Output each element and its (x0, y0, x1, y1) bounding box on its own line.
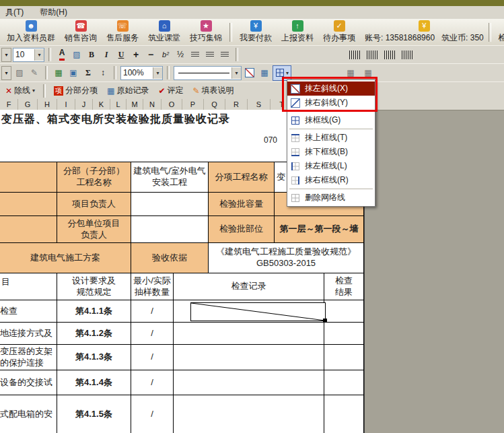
chevron-down-icon[interactable]: ▾ (153, 67, 162, 79)
table-cell-spec[interactable]: 第4.1.2条 (57, 323, 131, 345)
diagonal-line-button[interactable] (243, 66, 256, 79)
subsection-button[interactable]: 项 分部分项 (50, 84, 102, 98)
table-cell-item[interactable]: 变压器的支架 的保护连接 (0, 345, 57, 370)
pay-button[interactable]: ¥ 我要付款 (235, 20, 277, 44)
menu-help[interactable]: 帮助(H) (37, 6, 70, 19)
table-cell-result[interactable] (324, 323, 364, 345)
column-header[interactable]: K (93, 99, 110, 110)
table-cell-qty[interactable]: / (131, 395, 174, 433)
classroom-button[interactable]: ⌂ 筑业课堂 (143, 20, 185, 44)
chevron-down-icon[interactable]: ▾ (231, 67, 241, 79)
table-cell-value[interactable] (131, 193, 209, 216)
fill-color-button[interactable]: ▨ (70, 48, 83, 61)
table-cell-item[interactable]: 检查 (0, 300, 57, 323)
italic-button[interactable]: I (100, 48, 113, 61)
column-header[interactable]: J (75, 99, 93, 110)
table-header-cell[interactable]: 检查记录 (174, 273, 324, 300)
table-cell-item[interactable]: 式配电箱的安 (0, 395, 57, 433)
barcode-button-1[interactable] (348, 48, 361, 61)
align-right-button[interactable] (218, 48, 231, 61)
draw-table-button[interactable]: ▦ (52, 66, 65, 79)
table-header-cell[interactable]: 最小/实际 抽样数量 (131, 273, 174, 300)
chevron-down-icon[interactable]: ▾ (34, 49, 44, 61)
table-cell-label[interactable]: 分项工程名称 (209, 162, 275, 193)
fraction-button[interactable]: ½ (174, 48, 187, 61)
fill-instructions-button[interactable]: ✎ 填表说明 (188, 84, 238, 98)
menu-item-bottom-border[interactable]: 抹下框线(B) (287, 145, 375, 159)
column-header[interactable]: M (127, 99, 143, 110)
menu-item-left-diagonal[interactable]: 抹左斜线(X) (287, 81, 375, 96)
table-cell-record[interactable] (174, 370, 324, 395)
check-update-button[interactable]: ◉ 检查至 (494, 20, 504, 44)
font-color-button[interactable]: A (55, 48, 69, 61)
merge-cells-button[interactable]: ▦ (344, 66, 357, 79)
table-cell-value[interactable] (131, 216, 209, 243)
after-sales-button[interactable]: ☏ 售后服务 (102, 20, 143, 44)
align-left-button[interactable] (188, 48, 202, 61)
column-header[interactable]: S (248, 99, 271, 110)
menu-item-all-borders[interactable]: 抹框线(G) (287, 113, 375, 127)
column-header[interactable]: H (38, 99, 57, 110)
barcode-button-3[interactable] (383, 48, 396, 61)
table-cell-label[interactable]: 项目负责人 (57, 193, 131, 216)
table-cell[interactable] (0, 193, 57, 216)
menu-item-right-diagonal[interactable]: 抹右斜线(Y) (287, 96, 375, 110)
table-cell-qty[interactable]: / (131, 300, 174, 323)
column-header[interactable]: F (0, 99, 18, 110)
table-cell-label[interactable]: 建筑电气施工方案 (0, 243, 131, 273)
paint-bucket-button[interactable]: ▨ (13, 66, 26, 79)
table-cell-label[interactable]: 检验批部位 (209, 216, 275, 243)
table-corner-cell[interactable]: 目 (0, 273, 57, 300)
table-cell-value[interactable]: 《建筑电气工程施工质量验收规范》 GB50303-2015 (209, 243, 364, 273)
menu-item-delete-gridlines[interactable]: 删除网络线 (287, 191, 375, 205)
table-cell-record[interactable] (174, 323, 324, 345)
table-cell-qty[interactable]: / (131, 370, 174, 395)
table-cell-label[interactable]: 验收依据 (131, 243, 209, 273)
todo-button[interactable]: ✓ 待办事项 (318, 20, 360, 44)
column-header[interactable]: P (182, 99, 204, 110)
table-cell-record[interactable] (174, 395, 324, 433)
table-cell-spec[interactable]: 第4.1.1条 (57, 300, 131, 323)
column-header[interactable]: O (161, 99, 182, 110)
table-cell-label[interactable]: 分包单位项目 负责人 (57, 216, 131, 243)
table-cell-result[interactable] (324, 395, 364, 433)
assessment-button[interactable]: ✔ 评定 (154, 84, 187, 98)
table-cell-qty[interactable]: / (131, 345, 174, 370)
menu-item-right-border[interactable]: 抹右框线(R) (287, 173, 375, 187)
decrease-button[interactable]: − (144, 48, 157, 61)
column-header[interactable]: N (143, 99, 161, 110)
split-cells-button[interactable]: ▦ (361, 66, 375, 79)
pen-button[interactable]: ✎ (28, 66, 41, 79)
delete-line-button[interactable]: ✕ 除线 ▾ (1, 84, 39, 98)
superscript-button[interactable]: b² (159, 48, 172, 61)
column-header[interactable]: I (57, 99, 75, 110)
column-header[interactable]: R (225, 99, 248, 110)
bold-button[interactable]: B (85, 48, 98, 61)
font-name-combo-partial[interactable]: ▾ (1, 48, 11, 62)
column-header[interactable]: Q (204, 99, 225, 110)
diagonal-line-object[interactable] (190, 302, 326, 321)
table-cell-qty[interactable]: / (131, 323, 174, 345)
style-combo-partial[interactable]: ▾ (1, 66, 11, 80)
table-header-cell[interactable]: 检查 结果 (324, 273, 364, 300)
barcode-button-2[interactable] (365, 48, 379, 61)
table-cell-result[interactable] (324, 370, 364, 395)
table-cell-spec[interactable]: 第4.1.5条 (57, 395, 131, 433)
tips-button[interactable]: ★ 技巧集锦 (185, 20, 227, 44)
column-header[interactable]: G (18, 99, 38, 110)
table-cell-label[interactable]: 分部（子分部） 工程名称 (57, 162, 131, 193)
table-cell-result[interactable] (324, 345, 364, 370)
table-cell[interactable] (0, 216, 57, 243)
increase-button[interactable]: + (129, 48, 143, 61)
table-cell[interactable] (0, 162, 57, 193)
barcode-button-4[interactable] (400, 48, 414, 61)
table-cell-spec[interactable]: 第4.1.3条 (57, 345, 131, 370)
table-cell-record[interactable] (174, 345, 324, 370)
report-data-button[interactable]: ↑ 上报资料 (277, 20, 318, 44)
font-size-combo[interactable]: 10 ▾ (13, 48, 44, 62)
table-cell-label[interactable]: 检验批容量 (209, 193, 275, 216)
table-cell-value[interactable]: 第一层～第一段～墙 (275, 216, 364, 243)
insert-image-button[interactable]: ▣ (67, 66, 80, 79)
gridlines-button[interactable]: ▦ (258, 66, 271, 79)
align-center-button[interactable] (203, 48, 217, 61)
